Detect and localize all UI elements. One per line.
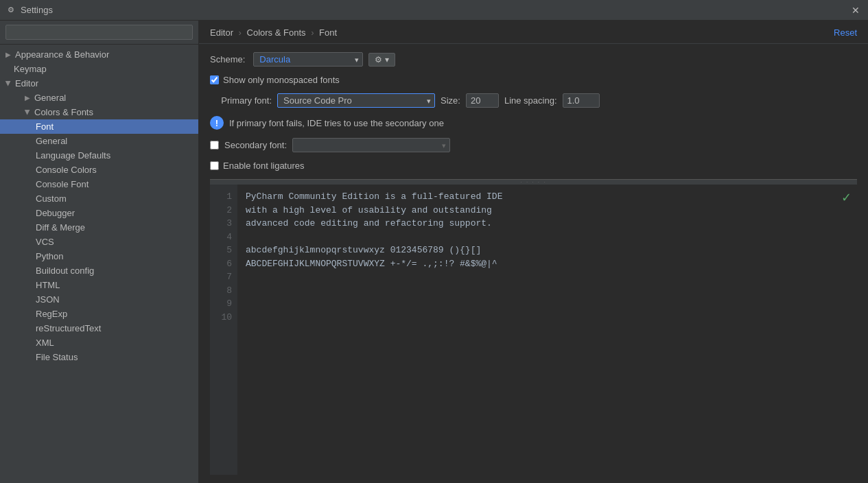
collapse-arrow: ▶ — [5, 81, 12, 86]
sidebar-item-language-defaults[interactable]: Language Defaults — [0, 148, 198, 163]
sidebar-item-file-status[interactable]: File Status — [0, 350, 198, 364]
sidebar-item-general2[interactable]: General — [0, 134, 198, 148]
close-button[interactable]: ✕ — [849, 3, 863, 17]
sidebar-item-debugger[interactable]: Debugger — [0, 206, 198, 220]
sidebar-item-label: Python — [36, 251, 63, 261]
line-num: 1 — [218, 190, 232, 204]
sidebar-item-buildout-config[interactable]: Buildout config — [0, 263, 198, 278]
show-monospaced-checkbox[interactable] — [210, 75, 219, 84]
scheme-select-wrapper: Darcula Default High contrast — [253, 52, 363, 67]
sidebar-item-json[interactable]: JSON — [0, 292, 198, 307]
info-text: If primary font fails, IDE tries to use … — [229, 118, 444, 128]
sidebar-item-appearance-behavior[interactable]: ▶ Appearance & Behavior — [0, 47, 198, 62]
line-num: 2 — [218, 204, 232, 217]
sidebar-item-editor[interactable]: ▶ Editor — [0, 76, 198, 91]
primary-font-label: Primary font: — [210, 95, 272, 106]
sidebar-item-label: Buildout config — [36, 266, 94, 276]
sidebar-item-label: reStructuredText — [36, 323, 101, 333]
sidebar: ▶ Appearance & Behavior Keymap ▶ Editor … — [0, 21, 199, 483]
title-bar: ⚙ Settings ✕ — [0, 0, 868, 21]
sidebar-item-label: Appearance & Behavior — [15, 49, 109, 60]
sidebar-item-label: General — [36, 136, 67, 146]
breadcrumb-font: Font — [319, 27, 337, 38]
size-input[interactable] — [466, 93, 499, 108]
content-area: Editor › Colors & Fonts › Font Reset Sch… — [199, 21, 868, 483]
sidebar-item-general[interactable]: ▶ General — [0, 91, 198, 105]
search-container — [0, 21, 198, 45]
sidebar-item-xml[interactable]: XML — [0, 335, 198, 350]
sidebar-tree: ▶ Appearance & Behavior Keymap ▶ Editor … — [0, 45, 198, 483]
line-num: 4 — [218, 231, 232, 244]
sidebar-item-diff-merge[interactable]: Diff & Merge — [0, 220, 198, 235]
drag-handle[interactable]: · · · · · — [210, 179, 857, 185]
main-layout: ▶ Appearance & Behavior Keymap ▶ Editor … — [0, 21, 868, 483]
show-monospaced-label[interactable]: Show only monospaced fonts — [223, 75, 340, 85]
preview-inner: 1 2 3 4 5 6 7 8 9 10 PyCharm Community E… — [210, 185, 857, 475]
sidebar-item-label: RegExp — [36, 309, 67, 319]
scheme-row: Scheme: Darcula Default High contrast ⚙ … — [210, 52, 857, 67]
line-spacing-input[interactable] — [563, 93, 600, 108]
sidebar-item-font[interactable]: Font — [0, 119, 198, 134]
collapse-arrow: ▶ — [25, 94, 30, 102]
secondary-font-select[interactable] — [292, 138, 450, 152]
check-mark-icon: ✓ — [841, 190, 852, 205]
sidebar-item-label: Font — [36, 121, 54, 132]
enable-ligatures-checkbox[interactable] — [210, 161, 219, 170]
collapse-arrow: ▶ — [24, 110, 32, 115]
line-num: 7 — [218, 270, 232, 284]
settings-content: Scheme: Darcula Default High contrast ⚙ … — [199, 44, 868, 483]
sidebar-item-label: Keymap — [14, 64, 47, 74]
scheme-label: Scheme: — [210, 54, 245, 64]
sidebar-item-label: JSON — [36, 294, 60, 305]
sidebar-item-custom[interactable]: Custom — [0, 191, 198, 206]
primary-font-select-wrapper: Source Code Pro Courier New Consolas — [277, 93, 435, 108]
gear-icon: ⚙ — [375, 55, 382, 64]
sidebar-item-label: XML — [36, 338, 54, 348]
line-num: 5 — [218, 244, 232, 257]
enable-ligatures-label[interactable]: Enable font ligatures — [223, 161, 305, 171]
breadcrumb: Editor › Colors & Fonts › Font — [210, 27, 337, 38]
secondary-font-checkbox[interactable] — [210, 141, 219, 150]
sidebar-item-label: Language Defaults — [36, 150, 110, 161]
sidebar-item-label: VCS — [36, 237, 54, 247]
sidebar-item-label: Console Font — [36, 179, 89, 189]
sidebar-item-label: General — [34, 93, 66, 103]
primary-font-row: Primary font: Source Code Pro Courier Ne… — [210, 93, 857, 108]
line-numbers: 1 2 3 4 5 6 7 8 9 10 — [210, 185, 237, 475]
line-num: 3 — [218, 217, 232, 231]
info-icon: ! — [210, 116, 224, 130]
secondary-font-label[interactable]: Secondary font: — [224, 140, 287, 150]
sidebar-item-vcs[interactable]: VCS — [0, 235, 198, 249]
line-num: 9 — [218, 297, 232, 311]
reset-button[interactable]: Reset — [834, 27, 857, 38]
preview-code: 1 2 3 4 5 6 7 8 9 10 PyCharm Community E… — [210, 185, 857, 475]
dropdown-arrow: ▾ — [385, 55, 389, 64]
sidebar-item-label: Editor — [15, 78, 38, 89]
sidebar-item-console-colors[interactable]: Console Colors — [0, 163, 198, 177]
secondary-font-select-wrapper — [292, 138, 450, 152]
sidebar-item-python[interactable]: Python — [0, 249, 198, 263]
ligatures-row: Enable font ligatures — [210, 161, 857, 171]
breadcrumb-colors-fonts: Colors & Fonts — [247, 27, 306, 38]
breadcrumb-sep2: › — [311, 27, 316, 38]
breadcrumb-sep1: › — [239, 27, 244, 38]
scheme-select[interactable]: Darcula Default High contrast — [253, 52, 363, 67]
line-num: 6 — [218, 257, 232, 271]
sidebar-item-console-font[interactable]: Console Font — [0, 177, 198, 191]
sidebar-item-restructuredtext[interactable]: reStructuredText — [0, 321, 198, 335]
sidebar-item-keymap[interactable]: Keymap — [0, 62, 198, 76]
sidebar-item-label: Debugger — [36, 208, 75, 218]
search-input[interactable] — [5, 25, 193, 40]
app-icon: ⚙ — [5, 5, 16, 16]
line-spacing-label: Line spacing: — [504, 95, 557, 106]
sidebar-item-regexp[interactable]: RegExp — [0, 307, 198, 321]
sidebar-item-html[interactable]: HTML — [0, 278, 198, 292]
sidebar-item-colors-fonts[interactable]: ▶ Colors & Fonts — [0, 105, 198, 119]
line-num: 10 — [218, 311, 232, 325]
scheme-gear-button[interactable]: ⚙ ▾ — [368, 53, 395, 67]
window-title: Settings — [21, 5, 849, 15]
sidebar-item-label: HTML — [36, 280, 60, 290]
breadcrumb-editor: Editor — [210, 27, 233, 38]
sidebar-item-label: Diff & Merge — [36, 222, 85, 233]
primary-font-select[interactable]: Source Code Pro Courier New Consolas — [277, 93, 435, 108]
